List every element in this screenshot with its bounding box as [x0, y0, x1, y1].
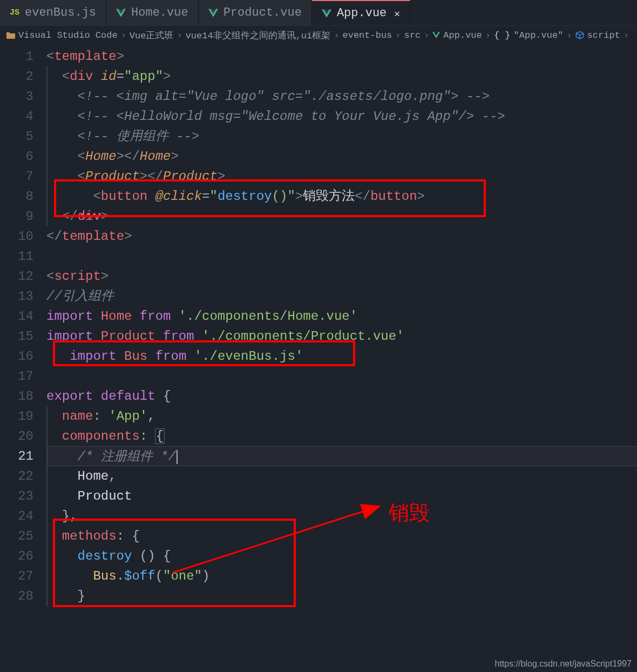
tab-evenbus[interactable]: JS evenBus.js	[0, 0, 106, 25]
breadcrumb-item[interactable]: "App.vue"	[514, 30, 564, 41]
tab-app[interactable]: App.vue ✕	[312, 0, 410, 25]
breadcrumb-item[interactable]: Visual Studio Code	[18, 30, 118, 41]
chevron-right-icon: ›	[334, 30, 339, 41]
breadcrumb-item[interactable]: src	[404, 30, 421, 41]
breadcrumb[interactable]: Visual Studio Code › Vue正式班 › vue14非父组件之…	[0, 26, 637, 44]
chevron-right-icon: ›	[395, 30, 401, 41]
breadcrumb-item[interactable]: Vue正式班	[130, 29, 174, 42]
chevron-right-icon: ›	[624, 30, 629, 41]
breadcrumb-item[interactable]: vue14非父组件之间的通讯,ui框架	[186, 29, 331, 42]
chevron-right-icon: ›	[121, 30, 126, 41]
close-icon[interactable]: ✕	[394, 8, 400, 19]
chevron-right-icon: ›	[424, 30, 429, 41]
editor-tabs: JS evenBus.js Home.vue Product.vue App.v…	[0, 0, 637, 26]
vue-icon	[116, 9, 126, 17]
chevron-right-icon: ›	[566, 30, 572, 41]
vue-icon	[208, 9, 218, 17]
breadcrumb-item[interactable]: event-bus	[342, 30, 392, 41]
chevron-right-icon: ›	[177, 30, 182, 41]
tab-label: evenBus.js	[25, 6, 96, 19]
js-icon: JS	[10, 8, 19, 17]
line-number-gutter: 1 2 3 4 5 6 7 8 9 10 11 12 13 14 15 16 1…	[0, 46, 46, 606]
chevron-right-icon: ›	[485, 30, 491, 41]
code-editor[interactable]: 1 2 3 4 5 6 7 8 9 10 11 12 13 14 15 16 1…	[0, 44, 637, 606]
watermark-text: https://blog.csdn.net/javaScript1997	[495, 659, 632, 669]
tab-label: Home.vue	[131, 6, 188, 19]
tab-product[interactable]: Product.vue	[199, 0, 312, 25]
tab-label: Product.vue	[223, 6, 302, 19]
vue-icon	[432, 32, 440, 38]
breadcrumb-item[interactable]: App.vue	[443, 30, 482, 41]
folder-icon	[6, 31, 15, 39]
tab-label: App.vue	[337, 6, 387, 20]
code-content[interactable]: <template> <div id="app"> <!-- <img alt=…	[46, 46, 637, 606]
breadcrumb-item[interactable]: script	[587, 30, 620, 41]
braces-icon: { }	[494, 30, 511, 41]
vue-icon	[322, 9, 331, 18]
tab-home[interactable]: Home.vue	[106, 0, 199, 25]
annotation-label: 销毁	[389, 499, 430, 527]
cube-icon	[575, 31, 584, 39]
